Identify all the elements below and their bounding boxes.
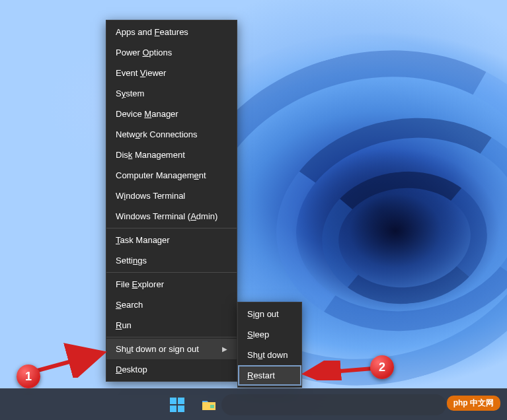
submenu-item-shut-down[interactable]: Shut down <box>238 345 301 365</box>
menu-item-windows-terminal-admin[interactable]: Windows Terminal (Admin) <box>106 206 237 227</box>
menu-divider <box>106 272 237 273</box>
menu-item-desktop[interactable]: Desktop <box>106 359 237 380</box>
menu-item-label: Sleep <box>247 330 269 339</box>
menu-item-label: Search <box>116 300 143 310</box>
menu-item-network-connections[interactable]: Network Connections <box>106 124 237 145</box>
menu-item-settings[interactable]: Settings <box>106 250 237 271</box>
menu-item-label: File Explorer <box>116 279 164 289</box>
menu-divider <box>106 337 237 337</box>
taskbar: php 中文网 <box>0 388 507 420</box>
menu-item-label: Windows Terminal (Admin) <box>116 211 217 221</box>
menu-item-label: Settings <box>116 256 147 265</box>
menu-item-disk-management[interactable]: Disk Management <box>106 145 237 165</box>
menu-item-label: Device Manager <box>116 109 178 119</box>
submenu-item-restart[interactable]: Restart <box>238 365 301 386</box>
menu-item-label: Desktop <box>116 365 147 374</box>
shutdown-submenu: Sign outSleepShut downRestart <box>237 302 302 388</box>
svg-rect-6 <box>210 405 214 408</box>
menu-item-event-viewer[interactable]: Event Viewer <box>106 63 237 83</box>
desktop-background: Apps and FeaturesPower OptionsEvent View… <box>0 0 507 420</box>
menu-item-file-explorer[interactable]: File Explorer <box>106 274 237 295</box>
menu-item-device-manager[interactable]: Device Manager <box>106 104 237 124</box>
annotation-badge-1: 1 <box>17 365 40 388</box>
menu-item-label: Task Manager <box>116 235 170 245</box>
menu-item-label: Disk Management <box>116 150 185 160</box>
menu-item-label: Computer Management <box>116 170 206 180</box>
svg-rect-3 <box>178 398 184 404</box>
menu-item-label: System <box>116 88 144 98</box>
badge-label: 1 <box>25 370 32 384</box>
winx-context-menu: Apps and FeaturesPower OptionsEvent View… <box>106 20 237 382</box>
annotation-arrow-1 <box>25 338 111 378</box>
menu-item-task-manager[interactable]: Task Manager <box>106 230 237 250</box>
menu-item-system[interactable]: System <box>106 83 237 104</box>
menu-item-label: Sign out <box>247 309 279 319</box>
menu-item-label: Power Options <box>116 48 172 57</box>
file-explorer-taskbar-icon[interactable] <box>196 392 222 418</box>
start-button[interactable] <box>164 392 190 418</box>
watermark: php 中文网 <box>447 396 500 411</box>
menu-item-apps-and-features[interactable]: Apps and Features <box>106 22 237 42</box>
menu-item-label: Restart <box>247 370 275 380</box>
menu-item-windows-terminal[interactable]: Windows Terminal <box>106 186 237 206</box>
chevron-right-icon: ▶ <box>222 345 227 353</box>
menu-divider <box>106 228 237 228</box>
menu-item-shut-down-or-sign-out[interactable]: Shut down or sign out▶ <box>106 339 237 359</box>
svg-line-0 <box>30 353 103 372</box>
menu-item-label: Windows Terminal <box>116 191 185 201</box>
menu-item-label: Event Viewer <box>116 68 166 78</box>
menu-item-label: Shut down <box>247 350 288 360</box>
taskbar-search[interactable] <box>221 394 446 415</box>
svg-rect-4 <box>170 405 176 412</box>
menu-item-power-options[interactable]: Power Options <box>106 42 237 63</box>
menu-item-computer-management[interactable]: Computer Management <box>106 165 237 186</box>
menu-item-label: Network Connections <box>116 129 198 139</box>
submenu-item-sign-out[interactable]: Sign out <box>238 304 301 324</box>
submenu-item-sleep[interactable]: Sleep <box>238 324 301 345</box>
folder-icon <box>201 397 217 413</box>
svg-rect-5 <box>178 405 184 412</box>
svg-rect-2 <box>170 398 176 404</box>
menu-item-label: Shut down or sign out <box>116 344 199 354</box>
menu-item-label: Run <box>116 320 132 330</box>
menu-item-run[interactable]: Run <box>106 315 237 335</box>
menu-item-search[interactable]: Search <box>106 295 237 315</box>
windows-logo-icon <box>169 397 185 413</box>
menu-item-label: Apps and Features <box>116 27 188 37</box>
